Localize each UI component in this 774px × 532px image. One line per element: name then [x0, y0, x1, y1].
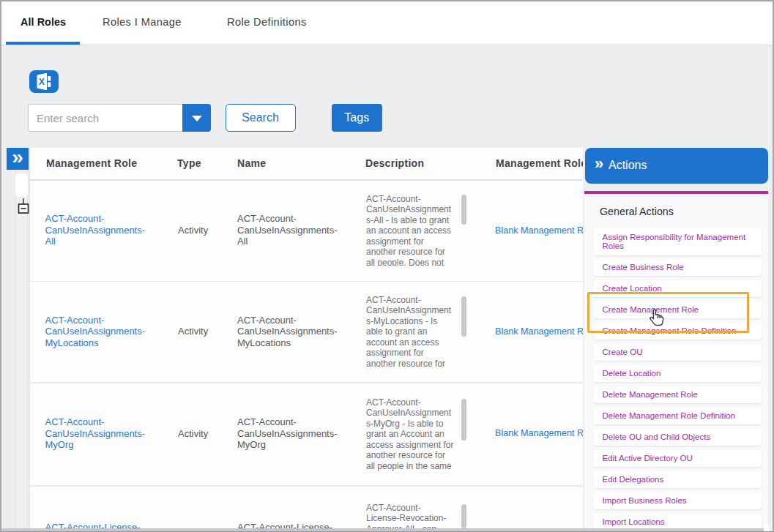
svg-text:X: X — [39, 77, 45, 87]
